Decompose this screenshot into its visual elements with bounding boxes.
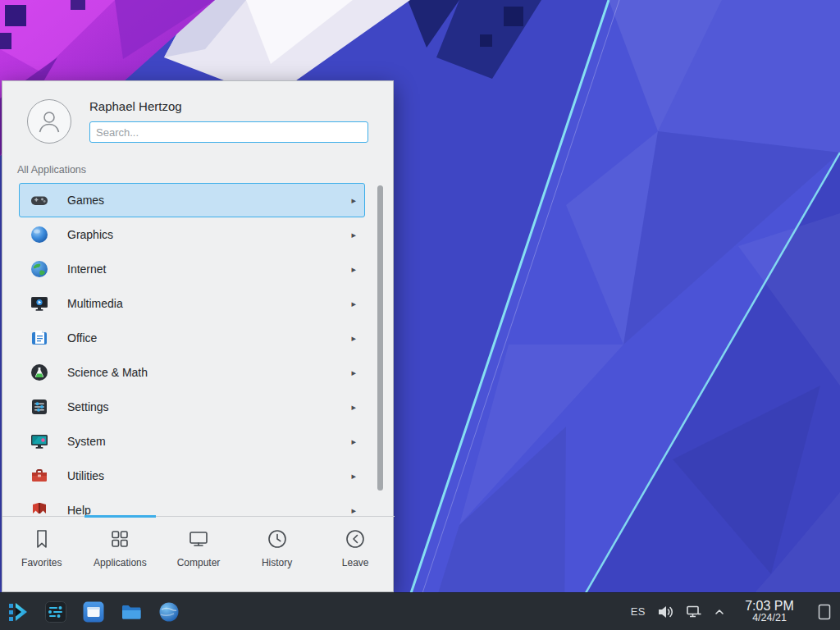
user-name: Raphael Hertzog (89, 99, 182, 113)
category-settings[interactable]: Settings ▸ (19, 390, 365, 424)
category-label: Multimedia (67, 297, 123, 310)
submenu-arrow-icon: ▸ (351, 436, 356, 447)
history-clock-icon (266, 527, 289, 550)
category-label: Office (67, 331, 97, 345)
clock-time: 7:03 PM (736, 599, 803, 614)
tab-history[interactable]: History (238, 517, 317, 591)
sphere-icon (30, 225, 49, 244)
keyboard-layout-indicator[interactable]: ES (631, 605, 646, 618)
taskbar: ES 7:03 PM 4/24/21 (0, 592, 840, 630)
grid-icon (108, 527, 131, 550)
category-label: System (67, 435, 106, 448)
media-monitor-icon (30, 294, 49, 313)
submenu-arrow-icon: ▸ (351, 264, 356, 275)
tab-label: Leave (342, 557, 369, 568)
tab-favorites[interactable]: Favorites (2, 517, 81, 591)
tab-leave[interactable]: Leave (316, 517, 395, 591)
category-multimedia[interactable]: Multimedia ▸ (19, 286, 365, 321)
document-icon (30, 328, 49, 348)
show-desktop-button[interactable] (814, 593, 835, 630)
volume-icon[interactable] (656, 603, 674, 621)
bookmark-icon (30, 527, 53, 550)
submenu-arrow-icon: ▸ (351, 195, 356, 206)
scrollbar-handle[interactable] (377, 185, 383, 491)
launcher-tab-bar: Favorites Applications Computer History … (2, 516, 395, 591)
category-label: Settings (67, 400, 109, 413)
category-label: Help (67, 504, 91, 516)
category-system[interactable]: System ▸ (19, 424, 365, 459)
category-label: Graphics (67, 228, 113, 241)
category-label: Utilities (67, 469, 104, 482)
user-icon (35, 107, 63, 135)
application-launcher-popup: Raphael Hertzog All Applications Games ▸… (2, 80, 394, 592)
submenu-arrow-icon: ▸ (351, 505, 356, 516)
category-label: Internet (67, 262, 106, 276)
tray-expand-chevron-icon[interactable] (714, 606, 725, 618)
computer-icon (187, 527, 210, 550)
clock-date: 4/24/21 (736, 613, 803, 624)
tab-computer[interactable]: Computer (159, 517, 238, 591)
tab-label: History (262, 557, 292, 568)
taskbar-launchers (0, 600, 180, 623)
gamepad-icon (30, 190, 49, 210)
system-monitor-icon (30, 431, 49, 451)
desktop[interactable]: Raphael Hertzog All Applications Games ▸… (0, 0, 840, 630)
category-internet[interactable]: Internet ▸ (19, 252, 365, 286)
search-input[interactable] (89, 121, 368, 143)
category-help[interactable]: Help ▸ (19, 493, 365, 516)
show-desktop-icon (815, 603, 833, 621)
category-utilities[interactable]: Utilities ▸ (19, 459, 365, 493)
submenu-arrow-icon: ▸ (351, 299, 356, 309)
task-manager-settings-icon[interactable] (44, 600, 67, 623)
network-icon[interactable] (685, 603, 703, 621)
submenu-arrow-icon: ▸ (351, 230, 356, 240)
user-avatar[interactable] (27, 99, 71, 144)
active-tab-indicator (84, 515, 157, 518)
tab-label: Applications (94, 557, 147, 568)
tab-label: Favorites (21, 557, 62, 568)
category-games[interactable]: Games ▸ (19, 183, 365, 217)
web-browser-globe-icon[interactable] (158, 600, 180, 623)
tab-label: Computer (177, 557, 221, 568)
category-list: Games ▸ Graphics ▸ Internet ▸ (2, 183, 395, 516)
globe-icon (30, 259, 49, 279)
window-app-icon[interactable] (82, 600, 105, 623)
submenu-arrow-icon: ▸ (351, 368, 356, 378)
category-label: Science & Math (67, 366, 148, 379)
help-book-icon (30, 500, 49, 516)
flask-icon (30, 363, 49, 382)
digital-clock[interactable]: 7:03 PM 4/24/21 (736, 599, 803, 624)
tab-applications[interactable]: Applications (81, 517, 160, 591)
submenu-arrow-icon: ▸ (351, 333, 356, 344)
leave-icon (344, 527, 367, 550)
toolbox-icon (30, 466, 49, 486)
category-office[interactable]: Office ▸ (19, 321, 365, 355)
section-label-all-applications: All Applications (17, 164, 86, 176)
system-tray: ES 7:03 PM 4/24/21 (631, 593, 840, 630)
sliders-icon (30, 397, 49, 417)
category-science-math[interactable]: Science & Math ▸ (19, 355, 365, 390)
category-label: Games (67, 194, 104, 207)
submenu-arrow-icon: ▸ (351, 471, 356, 482)
category-graphics[interactable]: Graphics ▸ (19, 217, 365, 252)
file-manager-folder-icon[interactable] (120, 600, 143, 623)
application-launcher-icon[interactable] (7, 600, 30, 623)
submenu-arrow-icon: ▸ (351, 402, 356, 413)
